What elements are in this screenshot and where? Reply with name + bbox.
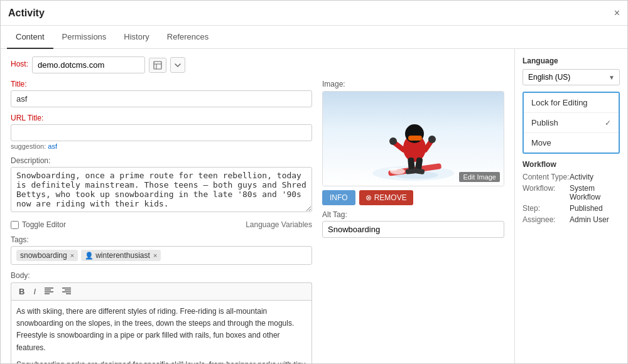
tag-remove-icon[interactable]: ×: [153, 252, 157, 259]
left-column: Title: URL Title: suggestion: asf: [11, 80, 312, 364]
host-label: Host:: [11, 60, 28, 68]
url-title-row: URL Title: suggestion: asf: [11, 114, 312, 150]
publish-icon: ✓: [605, 119, 611, 127]
italic-button[interactable]: I: [31, 286, 38, 297]
action-dropdown: Lock for Editing Publish ✓ Move: [522, 92, 620, 154]
align-left-button[interactable]: [42, 286, 56, 297]
tab-references[interactable]: References: [158, 26, 217, 49]
url-suggestion-link[interactable]: asf: [48, 142, 57, 150]
align-right-button[interactable]: [60, 286, 73, 297]
title-row: Title:: [11, 80, 312, 107]
sidebar: Language English (US) Spanish French ▼ L…: [514, 49, 627, 364]
svg-rect-0: [154, 62, 161, 69]
tag-label: winterenthusiast: [95, 251, 150, 260]
remove-icon: ⊗: [365, 193, 372, 202]
bold-button[interactable]: B: [16, 286, 27, 297]
tab-content[interactable]: Content: [7, 26, 53, 49]
url-title-label: URL Title:: [11, 114, 312, 122]
publish-item[interactable]: Publish ✓: [524, 112, 619, 132]
svg-rect-20: [408, 136, 422, 141]
body-paragraph-1: As with skiing, there are different styl…: [16, 306, 306, 354]
step-value: Published: [570, 204, 603, 213]
step-key: Step:: [522, 204, 570, 213]
body-paragraph-2: Snowboarding parks are designed for spec…: [16, 359, 306, 364]
language-variables-button[interactable]: Language Variables: [246, 220, 312, 229]
alt-tag-input[interactable]: [322, 221, 504, 238]
remove-label: REMOVE: [374, 193, 407, 202]
toggle-editor-label: Toggle Editor: [22, 220, 66, 229]
alt-tag-label: Alt Tag:: [322, 210, 504, 219]
host-icon-button[interactable]: [149, 58, 166, 73]
tag-winterenthusiast[interactable]: 👤 winterenthusiast ×: [81, 250, 161, 261]
image-actions: INFO ⊗ REMOVE: [322, 190, 504, 205]
tag-snowboarding[interactable]: snowboarding ×: [16, 250, 78, 261]
description-label: Description:: [11, 156, 312, 165]
tags-container[interactable]: snowboarding × 👤 winterenthusiast ×: [11, 246, 312, 265]
toggle-row: Toggle Editor Language Variables: [11, 220, 312, 229]
main-layout: Host: Title:: [1, 49, 627, 364]
url-suggestion: suggestion: asf: [11, 142, 312, 150]
workflow-content-type-row: Content Type: Activity: [522, 173, 620, 181]
content-type-key: Content Type:: [522, 173, 570, 181]
svg-point-26: [389, 168, 398, 171]
toggle-editor-checkbox[interactable]: Toggle Editor: [11, 220, 66, 229]
svg-point-23: [389, 137, 397, 145]
workflow-value: System Workflow: [570, 184, 620, 201]
workflow-step-row: Step: Published: [522, 204, 620, 213]
assignee-key: Assignee:: [522, 215, 570, 224]
publish-label: Publish: [531, 118, 558, 127]
tags-label: Tags:: [11, 235, 312, 244]
host-input[interactable]: [32, 56, 145, 73]
lock-editing-label: Lock for Editing: [531, 98, 588, 107]
tag-label: snowboarding: [20, 251, 67, 260]
body-label: Body:: [11, 271, 312, 280]
title-input[interactable]: [11, 90, 312, 107]
tab-bar: Content Permissions History References: [1, 26, 627, 49]
workflow-workflow-row: Workflow: System Workflow: [522, 184, 620, 201]
lock-editing-item[interactable]: Lock for Editing: [524, 93, 619, 112]
language-select[interactable]: English (US) Spanish French: [522, 69, 620, 85]
title-bar: Activity ×: [1, 1, 627, 26]
two-column-layout: Title: URL Title: suggestion: asf: [11, 80, 504, 364]
assignee-value: Admin User: [570, 215, 609, 224]
close-button[interactable]: ×: [614, 8, 620, 19]
content-type-value: Activity: [570, 173, 593, 181]
user-icon: 👤: [85, 252, 94, 260]
workflow-key: Workflow:: [522, 184, 570, 201]
workflow-assignee-row: Assignee: Admin User: [522, 215, 620, 224]
right-column: Image:: [322, 80, 504, 364]
toggle-editor-input[interactable]: [11, 221, 19, 229]
tags-row: Tags: snowboarding × 👤 winterenthusiast …: [11, 235, 312, 265]
workflow-section-title: Workflow: [522, 160, 620, 169]
image-label: Image:: [322, 80, 504, 88]
info-button[interactable]: INFO: [322, 190, 355, 205]
edit-image-label[interactable]: Edit Image: [459, 172, 500, 182]
language-section-title: Language: [522, 56, 620, 65]
remove-button[interactable]: ⊗ REMOVE: [359, 190, 413, 205]
host-dropdown-button[interactable]: [170, 57, 185, 73]
title-label: Title:: [11, 80, 312, 88]
tab-history[interactable]: History: [115, 26, 158, 49]
editor-toolbar: B I: [11, 282, 312, 300]
description-row: Description: Snowboarding, once a prime …: [11, 156, 312, 214]
host-row: Host:: [11, 56, 504, 73]
description-textarea[interactable]: Snowboarding, once a prime route for tee…: [11, 167, 312, 212]
body-row: Body: B I As with skiing,: [11, 271, 312, 364]
move-item[interactable]: Move: [524, 132, 619, 153]
content-area: Host: Title:: [1, 49, 514, 364]
svg-point-24: [428, 136, 436, 143]
tag-remove-icon[interactable]: ×: [70, 252, 74, 259]
language-select-wrap: English (US) Spanish French ▼: [522, 69, 620, 85]
url-title-input[interactable]: [11, 124, 312, 141]
window-title: Activity: [8, 8, 45, 19]
tab-permissions[interactable]: Permissions: [53, 26, 116, 49]
move-label: Move: [531, 138, 551, 147]
workflow-section: Workflow Content Type: Activity Workflow…: [522, 160, 620, 224]
body-editor[interactable]: As with skiing, there are different styl…: [11, 300, 312, 364]
image-container: Edit Image: [322, 91, 504, 186]
app-window: Activity × Content Permissions History R…: [0, 0, 628, 364]
svg-rect-17: [406, 168, 416, 174]
